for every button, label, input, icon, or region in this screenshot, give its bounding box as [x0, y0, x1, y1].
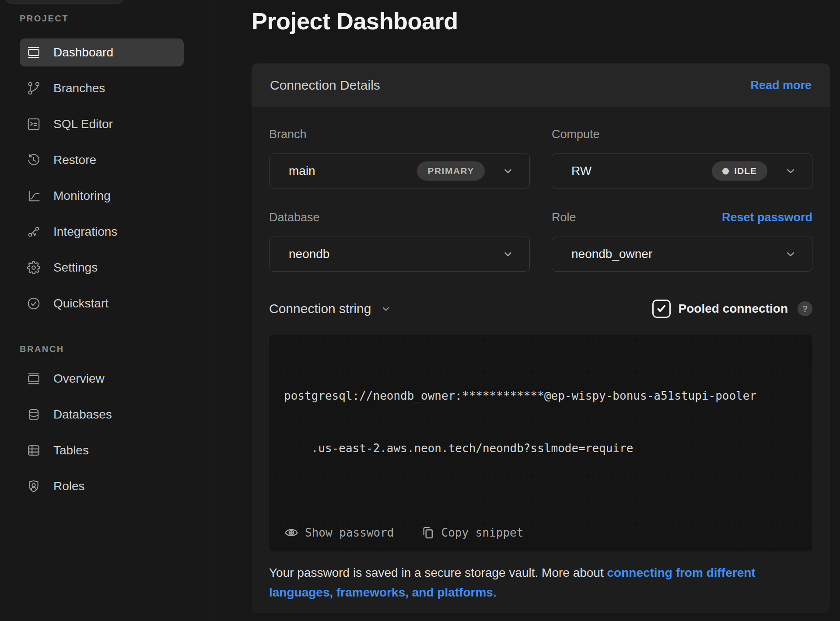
- sidebar-item-label: Overview: [53, 372, 105, 386]
- dashboard-icon: [26, 45, 41, 60]
- page-title: Project Dashboard: [252, 7, 840, 35]
- sidebar-section-heading: PROJECT: [20, 13, 203, 24]
- compute-field: Compute RW IDLE: [552, 127, 812, 188]
- roles-icon: [26, 479, 41, 494]
- chevron-down-icon: [381, 304, 391, 314]
- sidebar-item-quickstart[interactable]: Quickstart: [20, 290, 184, 317]
- role-field: Role Reset password neondb_owner: [552, 210, 812, 272]
- sidebar-item-databases[interactable]: Databases: [20, 401, 184, 429]
- status-dot-icon: [722, 168, 729, 174]
- connection-string-dropdown[interactable]: Connection string: [269, 301, 391, 316]
- branches-icon: [26, 81, 41, 96]
- sidebar-item-monitoring[interactable]: Monitoring: [20, 182, 184, 210]
- sidebar-item-label: Settings: [53, 261, 98, 275]
- branch-select[interactable]: main PRIMARY: [269, 154, 530, 188]
- project-switcher-remnant[interactable]: [5, 0, 124, 3]
- database-field: Database neondb: [269, 210, 530, 272]
- integrations-icon: [26, 224, 41, 239]
- connection-string-text: postgresql://neondb_owner:************@e…: [269, 335, 812, 492]
- pooled-connection-label: Pooled connection: [679, 302, 788, 316]
- eye-icon: [284, 525, 299, 540]
- role-label: Role: [552, 211, 576, 224]
- settings-icon: [26, 260, 41, 275]
- chevron-down-icon: [785, 248, 796, 260]
- show-password-button[interactable]: Show password: [284, 525, 394, 540]
- role-select[interactable]: neondb_owner: [552, 237, 812, 272]
- chevron-down-icon: [502, 165, 514, 177]
- sidebar-item-label: Dashboard: [53, 45, 113, 59]
- database-label: Database: [269, 211, 320, 224]
- sidebar-item-label: Monitoring: [53, 189, 111, 203]
- pooled-connection-checkbox[interactable]: [652, 300, 671, 318]
- sidebar-item-label: Databases: [53, 408, 112, 422]
- sidebar-item-dashboard[interactable]: Dashboard: [20, 38, 184, 66]
- code-actions: Show password Copy snippet: [284, 525, 523, 540]
- sidebar-item-tables[interactable]: Tables: [20, 436, 184, 464]
- main-content: Project Dashboard Connection Details Rea…: [214, 0, 840, 621]
- help-icon[interactable]: ?: [798, 301, 812, 316]
- sidebar-item-integrations[interactable]: Integrations: [20, 218, 184, 246]
- copy-snippet-button[interactable]: Copy snippet: [420, 525, 524, 540]
- database-role-row: Database neondb Role Reset password: [269, 210, 812, 272]
- sidebar-item-sql-editor[interactable]: SQL Editor: [20, 110, 184, 138]
- quickstart-icon: [26, 296, 41, 311]
- sidebar-item-label: Restore: [53, 153, 96, 167]
- database-select[interactable]: neondb: [269, 237, 530, 272]
- branch-field: Branch main PRIMARY: [269, 127, 530, 188]
- reset-password-link[interactable]: Reset password: [722, 211, 812, 224]
- idle-status-badge: IDLE: [712, 161, 767, 181]
- connection-details-body: Branch main PRIMARY Compute: [252, 107, 830, 602]
- sidebar-item-label: Roles: [53, 479, 85, 493]
- tables-icon: [26, 443, 41, 458]
- connection-string-row: Connection string Pooled connection ?: [269, 300, 812, 318]
- connection-details-card: Connection Details Read more Branch main…: [252, 63, 830, 613]
- sidebar-section-heading: BRANCH: [20, 344, 203, 354]
- primary-badge: PRIMARY: [417, 161, 485, 181]
- sidebar-item-label: Integrations: [53, 225, 117, 239]
- pooled-connection-option: Pooled connection ?: [652, 300, 812, 318]
- sidebar-item-label: SQL Editor: [53, 117, 113, 131]
- connection-details-header: Connection Details Read more: [252, 63, 830, 107]
- restore-icon: [26, 153, 41, 167]
- read-more-link[interactable]: Read more: [750, 79, 812, 92]
- chevron-down-icon: [502, 248, 514, 260]
- connection-string-block[interactable]: postgresql://neondb_owner:************@e…: [269, 335, 812, 551]
- compute-select[interactable]: RW IDLE: [552, 154, 812, 188]
- branch-compute-row: Branch main PRIMARY Compute: [269, 127, 812, 188]
- sql-editor-icon: [26, 117, 41, 132]
- card-title: Connection Details: [270, 78, 380, 93]
- overview-icon: [26, 371, 41, 386]
- branch-label: Branch: [269, 128, 307, 141]
- sidebar-item-branches[interactable]: Branches: [20, 74, 184, 102]
- sidebar-item-roles[interactable]: Roles: [20, 472, 184, 500]
- sidebar-item-label: Branches: [53, 81, 105, 95]
- sidebar-item-restore[interactable]: Restore: [20, 146, 184, 174]
- sidebar-item-label: Quickstart: [53, 297, 108, 310]
- sidebar-nav: PROJECTDashboardBranchesSQL EditorRestor…: [20, 13, 203, 500]
- monitoring-icon: [26, 188, 41, 203]
- compute-label: Compute: [552, 128, 600, 141]
- chevron-down-icon: [785, 165, 796, 177]
- databases-icon: [26, 407, 41, 422]
- password-vault-note: Your password is saved in a secure stora…: [269, 563, 794, 602]
- copy-icon: [420, 525, 435, 540]
- sidebar: PROJECTDashboardBranchesSQL EditorRestor…: [0, 0, 214, 621]
- sidebar-item-overview[interactable]: Overview: [20, 365, 184, 393]
- sidebar-item-label: Tables: [53, 443, 89, 457]
- sidebar-item-settings[interactable]: Settings: [20, 254, 184, 282]
